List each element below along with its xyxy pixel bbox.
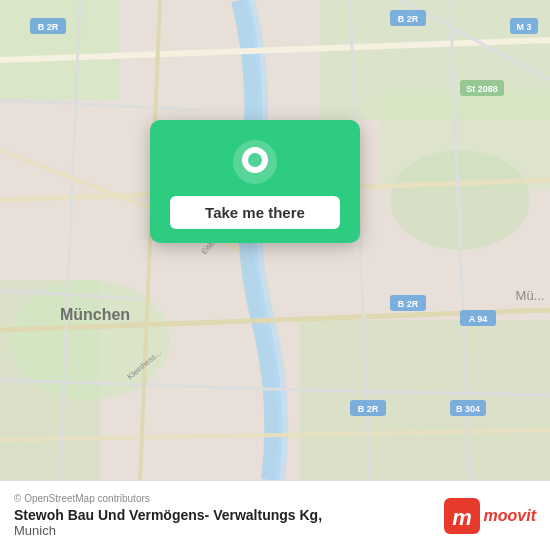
svg-text:Mü...: Mü... [516, 288, 545, 303]
svg-text:M 3: M 3 [516, 22, 531, 32]
location-card[interactable]: Take me there [150, 120, 360, 243]
svg-text:St 2088: St 2088 [466, 84, 498, 94]
take-me-there-button[interactable]: Take me there [170, 196, 340, 229]
svg-text:B 2R: B 2R [398, 14, 419, 24]
place-name: Stewoh Bau Und Vermögens- Verwaltungs Kg… [14, 507, 434, 523]
pin-icon [231, 138, 279, 186]
moovit-logo: m moovit [444, 498, 536, 534]
moovit-icon: m [444, 498, 480, 534]
bottom-bar: © OpenStreetMap contributors Stewoh Bau … [0, 480, 550, 550]
map-attribution: © OpenStreetMap contributors [14, 493, 434, 504]
svg-text:B 2R: B 2R [358, 404, 379, 414]
place-city: Munich [14, 523, 434, 538]
svg-rect-1 [0, 0, 120, 100]
svg-text:A 94: A 94 [469, 314, 488, 324]
svg-text:München: München [60, 306, 130, 323]
svg-text:B 2R: B 2R [398, 299, 419, 309]
svg-text:B 304: B 304 [456, 404, 480, 414]
moovit-label: moovit [484, 507, 536, 525]
svg-text:B 2R: B 2R [38, 22, 59, 32]
svg-text:m: m [452, 505, 472, 530]
map-container: B 2R B 2R B 2R B 2R A 94 B 304 St 2088 M… [0, 0, 550, 480]
bottom-info: © OpenStreetMap contributors Stewoh Bau … [14, 493, 434, 538]
svg-rect-5 [300, 320, 550, 480]
